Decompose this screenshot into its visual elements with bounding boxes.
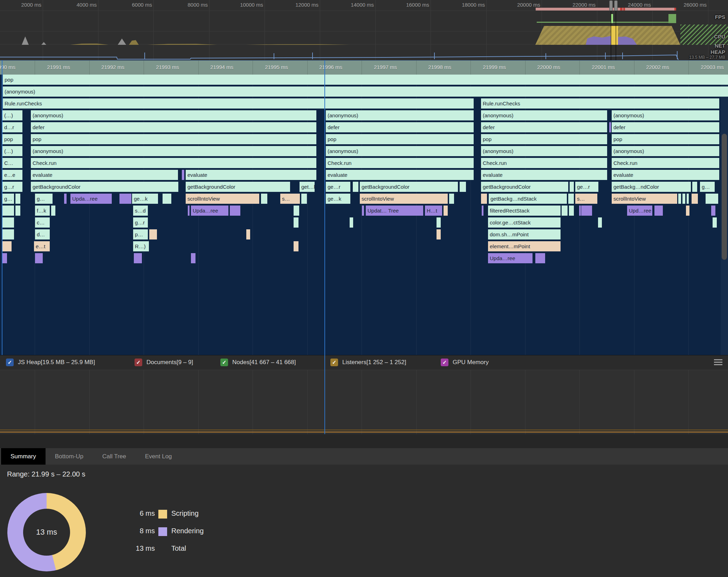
flame-bar[interactable] — [692, 182, 697, 192]
flame-bar[interactable]: defer — [612, 122, 719, 132]
flame-bar[interactable] — [444, 206, 448, 216]
flame-bar[interactable] — [2, 229, 14, 239]
flame-bar[interactable] — [294, 206, 299, 216]
flame-bar[interactable] — [711, 206, 715, 216]
flame-bar[interactable] — [535, 253, 545, 263]
flame-bar[interactable] — [2, 253, 7, 263]
flame-bar[interactable]: evaluate — [612, 170, 719, 180]
flame-bar[interactable]: color.ge…ctStack — [488, 217, 561, 228]
flame-bar[interactable]: element…mPoint — [488, 241, 561, 251]
flame-bar[interactable] — [581, 206, 592, 216]
timeline-overview[interactable]: 2000 ms4000 ms6000 ms8000 ms10000 ms1200… — [0, 0, 728, 60]
flame-bar[interactable]: Check.run — [31, 158, 316, 168]
flame-bar[interactable] — [562, 206, 568, 216]
flame-bar[interactable]: C… — [2, 158, 22, 168]
flame-bar[interactable] — [687, 194, 689, 204]
flame-bar[interactable]: getBackgroundColor — [360, 182, 458, 192]
flame-bar[interactable]: Updat… Tree — [366, 206, 423, 216]
flame-bar[interactable]: ge…k — [326, 194, 350, 204]
flame-bar[interactable] — [713, 217, 717, 228]
flame-bar[interactable]: Rule.runChecks — [481, 98, 719, 109]
flame-bar[interactable]: (anonymous) — [3, 86, 728, 97]
flame-bar[interactable] — [353, 182, 358, 192]
flame-bar[interactable] — [569, 206, 574, 216]
flame-bar[interactable]: Upda…ree — [191, 206, 228, 216]
flame-bar[interactable]: s…d — [133, 206, 148, 216]
flame-bar[interactable] — [598, 217, 602, 228]
flame-bar[interactable] — [2, 206, 14, 216]
flame-bar[interactable]: (anonymous) — [326, 146, 474, 156]
flame-bar[interactable] — [163, 194, 171, 204]
tab-bottom-up[interactable]: Bottom-Up — [46, 448, 93, 465]
flame-bar[interactable]: (anonymous) — [31, 110, 316, 120]
flame-bar[interactable] — [654, 206, 663, 216]
flame-bar[interactable]: (anonymous) — [481, 146, 607, 156]
flame-bar[interactable] — [706, 194, 718, 204]
flame-bar[interactable] — [570, 182, 574, 192]
flame-bar[interactable]: scrollIntoView — [186, 194, 259, 204]
flame-bar[interactable]: getBackg…ndColor — [612, 182, 691, 192]
flame-bar[interactable] — [15, 206, 20, 216]
tab-call-tree[interactable]: Call Tree — [93, 448, 136, 465]
flame-bar[interactable]: Rule.runChecks — [3, 98, 474, 109]
flame-bar[interactable]: ge…r — [575, 182, 598, 192]
flame-bar[interactable] — [678, 194, 681, 204]
flame-bar[interactable]: g…r — [133, 217, 148, 228]
flame-bar[interactable] — [51, 206, 55, 216]
flame-bar[interactable]: getBackg…ndStack — [489, 194, 567, 204]
flame-bar[interactable]: (…) — [2, 146, 22, 156]
flame-bar[interactable] — [134, 253, 142, 263]
flame-bar[interactable] — [686, 206, 689, 216]
flame-bar[interactable]: (…) — [2, 110, 22, 120]
flame-bar[interactable]: (anonymous) — [612, 146, 719, 156]
flame-bar[interactable]: getBackgroundColor — [31, 182, 178, 192]
flame-bar[interactable]: c… — [35, 217, 50, 228]
flame-bar[interactable]: filteredRectStack — [488, 206, 561, 216]
flame-bar[interactable]: (anonymous) — [481, 110, 607, 120]
flame-bar[interactable]: getBackgroundColor — [481, 182, 568, 192]
flame-scrollbar[interactable] — [721, 75, 728, 355]
selection-handle[interactable] — [609, 0, 613, 11]
flame-bar[interactable]: defer — [326, 122, 474, 132]
flame-bar[interactable]: g… — [700, 182, 715, 192]
flame-chart-ruler[interactable]: 21990 ms21991 ms21992 ms21993 ms21994 ms… — [0, 60, 728, 75]
flame-bar[interactable]: Upd…ree — [627, 206, 652, 216]
flame-bar[interactable]: Check.run — [481, 158, 607, 168]
flame-bar[interactable]: e…e — [2, 170, 22, 180]
flame-bar[interactable] — [149, 229, 157, 239]
flame-bar[interactable] — [568, 194, 574, 204]
flame-bar[interactable]: pop — [481, 134, 607, 144]
memory-counters-chart[interactable] — [0, 370, 728, 434]
flame-scrollbar-thumb[interactable] — [722, 134, 727, 260]
flame-bar[interactable]: H…t — [425, 206, 442, 216]
flame-bar[interactable]: p… — [133, 229, 148, 239]
flame-bar[interactable]: defer — [481, 122, 607, 132]
flame-chart[interactable]: pop(anonymous)Rule.runChecksRule.runChec… — [0, 75, 728, 355]
flame-bar[interactable]: (anonymous) — [612, 110, 719, 120]
flame-bar[interactable]: f…k — [35, 206, 50, 216]
flame-bar[interactable]: scrollIntoView — [612, 194, 677, 204]
flame-bar[interactable]: evaluate — [326, 170, 474, 180]
flame-bar[interactable] — [182, 170, 184, 180]
flame-bar[interactable] — [682, 194, 685, 204]
flame-bar[interactable] — [294, 241, 298, 251]
flame-bar[interactable]: R…) — [133, 241, 149, 251]
flame-bar[interactable]: getBackgroundColor — [186, 182, 290, 192]
flame-bar[interactable]: d… — [35, 229, 50, 239]
flame-bar[interactable]: Check.run — [326, 158, 474, 168]
flame-bar[interactable] — [188, 206, 190, 216]
flame-bar[interactable] — [609, 122, 611, 132]
counter-checkbox[interactable]: ✓ — [135, 359, 142, 366]
tab-event-log[interactable]: Event Log — [136, 448, 181, 465]
flame-bar[interactable]: ge…r — [326, 182, 350, 192]
flame-bar[interactable]: pop — [326, 134, 474, 144]
flame-bar[interactable]: evaluate — [31, 170, 178, 180]
flame-bar[interactable]: scrollIntoView — [360, 194, 448, 204]
flame-bar[interactable]: defer — [31, 122, 316, 132]
flame-bar[interactable]: Check.run — [612, 158, 719, 168]
tab-summary[interactable]: Summary — [1, 448, 46, 465]
flame-bar[interactable]: Upda…ree — [70, 194, 112, 204]
flame-bar[interactable]: (anonymous) — [326, 110, 474, 120]
selection-handle[interactable] — [614, 0, 618, 11]
flame-bar[interactable] — [692, 194, 698, 204]
